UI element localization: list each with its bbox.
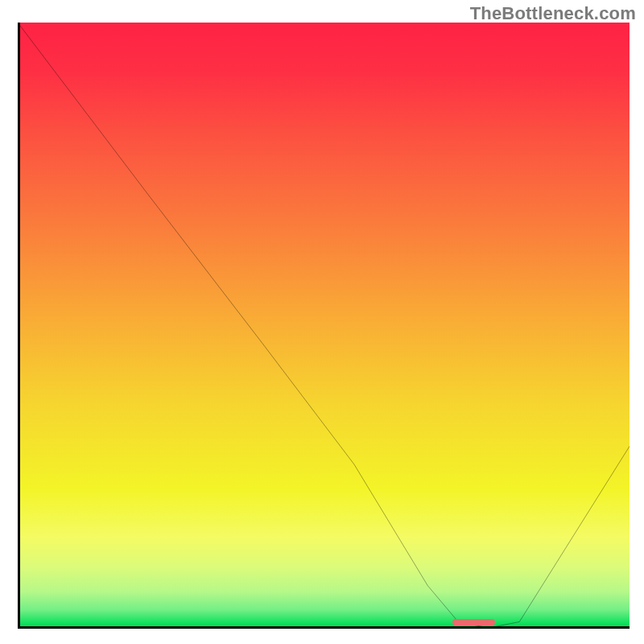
x-axis <box>18 626 630 629</box>
bottleneck-curve <box>18 23 630 628</box>
plot-area <box>18 23 630 628</box>
watermark-text: TheBottleneck.com <box>470 3 636 24</box>
chart-container: TheBottleneck.com <box>0 0 644 644</box>
y-axis <box>18 23 20 628</box>
optimal-range-marker <box>452 619 495 625</box>
